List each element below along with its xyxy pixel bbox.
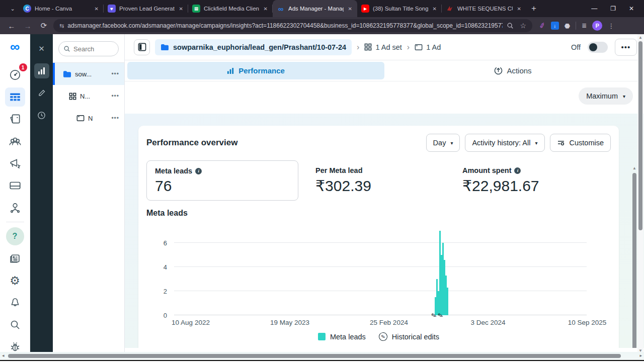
minimize-button[interactable]: —: [591, 5, 597, 12]
meta-logo[interactable]: ∞: [10, 39, 20, 55]
day-dropdown[interactable]: Day ▾: [426, 134, 460, 152]
metric-amount-spent[interactable]: Amount spenti ₹22,981.67: [454, 160, 547, 201]
tab-label: Proven Lead Generation St: [119, 6, 175, 12]
tree-item-ad[interactable]: N •••: [53, 107, 124, 129]
close-panel-icon[interactable]: ✕: [34, 41, 49, 56]
search-input[interactable]: [73, 45, 114, 53]
close-window-button[interactable]: ✕: [629, 5, 634, 12]
legend-meta-leads: Meta leads: [318, 333, 366, 341]
adset-crumb-label: 1 Ad set: [375, 43, 401, 51]
tab-close-icon[interactable]: ✕: [94, 5, 100, 13]
tab-actions[interactable]: Actions: [384, 62, 641, 79]
toggle-sidepanel-button[interactable]: [134, 39, 150, 55]
new-tab-button[interactable]: +: [531, 4, 536, 14]
search-icon: [63, 45, 70, 52]
folder-icon: [63, 70, 71, 78]
y-tick-label: 2: [164, 288, 167, 295]
x-axis-labels: 10 Aug 202219 May 202325 Feb 20243 Dec 2…: [174, 319, 587, 329]
address-bar[interactable]: ⇆ adsmanager.facebook.com/adsmanager/man…: [53, 19, 532, 32]
tree-item-adset[interactable]: N... •••: [53, 85, 124, 107]
search-sidebar-icon[interactable]: [5, 315, 25, 334]
profile-avatar[interactable]: P: [592, 21, 602, 31]
chevron-right-icon: ›: [407, 43, 410, 52]
metric-meta-leads[interactable]: Meta leadsi 76: [146, 160, 298, 201]
tab-performance-label: Performance: [238, 66, 285, 75]
more-options-button[interactable]: •••: [615, 39, 637, 56]
breadcrumb-ad[interactable]: 1 Ad: [415, 43, 441, 51]
media-controls-icon[interactable]: ≣: [582, 22, 587, 29]
adset-grid-icon: [364, 43, 372, 51]
tree-search[interactable]: [58, 41, 119, 56]
tab-youtube[interactable]: ▶ (38) Sultan Title Song | Sal ✕: [357, 0, 442, 17]
extensions-puzzle-icon[interactable]: ⬣: [565, 22, 570, 30]
info-icon[interactable]: i: [514, 167, 521, 174]
maximum-dropdown[interactable]: Maximum ▾: [579, 87, 633, 105]
tree-item-menu-icon[interactable]: •••: [111, 93, 119, 100]
maximum-label: Maximum: [586, 92, 618, 100]
tree-item-campaign[interactable]: sow... •••: [53, 63, 124, 85]
bookmark-star-icon[interactable]: ☆: [520, 22, 526, 30]
tree-item-menu-icon[interactable]: •••: [111, 70, 119, 77]
sidebar-item-ads-reporting[interactable]: [5, 110, 25, 129]
tab-close-icon[interactable]: ✕: [263, 5, 269, 13]
zoom-icon[interactable]: [507, 22, 514, 29]
customise-button[interactable]: Customise: [550, 134, 611, 152]
download-extension-icon[interactable]: ↓: [551, 22, 559, 30]
extension-icons: ✐ ↓ ⬣ ≣ P ⋮: [539, 21, 614, 31]
notifications-bell-icon[interactable]: [5, 293, 25, 312]
browser-menu-icon[interactable]: ⋮: [608, 22, 614, 30]
tab-canva[interactable]: C Home - Canva ✕: [19, 0, 104, 17]
x-tick-label: 10 Sep 2025: [568, 319, 607, 326]
bird-favicon: [446, 5, 454, 13]
tab-search-icon[interactable]: ⌄: [6, 2, 19, 15]
tree-item-menu-icon[interactable]: •••: [111, 115, 119, 122]
tab-close-icon[interactable]: ✕: [432, 5, 438, 13]
history-clock-icon[interactable]: [34, 108, 49, 123]
inner-scrollbar[interactable]: ▲: [632, 166, 637, 348]
sidebar-item-business-tools[interactable]: [5, 198, 25, 217]
sidebar-item-updates[interactable]: [5, 249, 25, 268]
breadcrumb-adset[interactable]: 1 Ad set: [364, 43, 401, 51]
activity-history-dropdown[interactable]: Activity history: All ▾: [465, 134, 544, 152]
performance-charts-icon[interactable]: [34, 63, 49, 78]
sidebar-item-advertise[interactable]: [5, 154, 25, 173]
breadcrumb-campaign[interactable]: sowparnika_euphoria/lead_gen/Prashant/10…: [155, 39, 352, 55]
tab-ads-manager-active[interactable]: ∞ Ads Manager - Manage ad ✕: [273, 0, 357, 17]
back-button[interactable]: ←: [5, 22, 18, 30]
settings-icon[interactable]: ⚙: [5, 271, 25, 290]
tab-proven-lead[interactable]: ♥ Proven Lead Generation St ✕: [104, 0, 188, 17]
tab-white-sequens[interactable]: WHITE SEQUENS CUTDAN ✕: [442, 0, 526, 17]
restore-button[interactable]: ❐: [610, 5, 616, 12]
tab-close-icon[interactable]: ✕: [178, 5, 184, 13]
tab-close-icon[interactable]: ✕: [516, 5, 522, 13]
tab-label: Home - Canva: [35, 6, 90, 12]
info-icon[interactable]: i: [195, 168, 202, 174]
sidebar-item-audiences[interactable]: [5, 132, 25, 151]
insights-scroll-area: Performance overview Day ▾ Activity hist…: [125, 114, 644, 348]
url-text: adsmanager.facebook.com/adsmanager/manag…: [67, 22, 503, 29]
tab-clickfield-sheet[interactable]: ▦ Clickfield Media Clients - G ✕: [188, 0, 273, 17]
chart-legend: Meta leads ✎ Historical edits: [146, 332, 611, 341]
tab-close-icon[interactable]: ✕: [347, 5, 353, 13]
tree-item-label: N...: [80, 93, 90, 100]
feather-extension-icon[interactable]: ✐: [538, 21, 546, 30]
sidebar-item-billing[interactable]: [5, 176, 25, 195]
help-button[interactable]: ?: [6, 227, 24, 245]
metric-summary-row: Meta leadsi 76 Per Meta lead ₹302.39 Amo…: [146, 160, 611, 201]
site-info-icon[interactable]: ⇆: [59, 23, 63, 29]
reload-button[interactable]: ⟳: [37, 21, 50, 30]
page-scrollbar[interactable]: ▲ ▼: [637, 34, 643, 354]
tab-performance[interactable]: Performance: [127, 62, 384, 79]
metric-per-meta-lead[interactable]: Per Meta lead ₹302.39: [307, 160, 454, 201]
sidebar-item-campaigns[interactable]: [5, 87, 25, 107]
card-title: Performance overview: [146, 138, 237, 148]
performance-overview-card: Performance overview Day ▾ Activity hist…: [138, 126, 619, 348]
ad-status-toggle[interactable]: [588, 42, 608, 53]
window-controls: — ❐ ✕: [591, 5, 644, 12]
tab-label: Ads Manager - Manage ad: [288, 6, 344, 12]
sidebar-item-account-overview[interactable]: 1: [5, 65, 25, 84]
horizontal-scrollbar[interactable]: ◂ ▸: [0, 352, 644, 360]
edit-pencil-icon[interactable]: [34, 85, 49, 101]
forward-button[interactable]: →: [21, 22, 34, 30]
meta-leads-bar[interactable]: [447, 288, 448, 315]
